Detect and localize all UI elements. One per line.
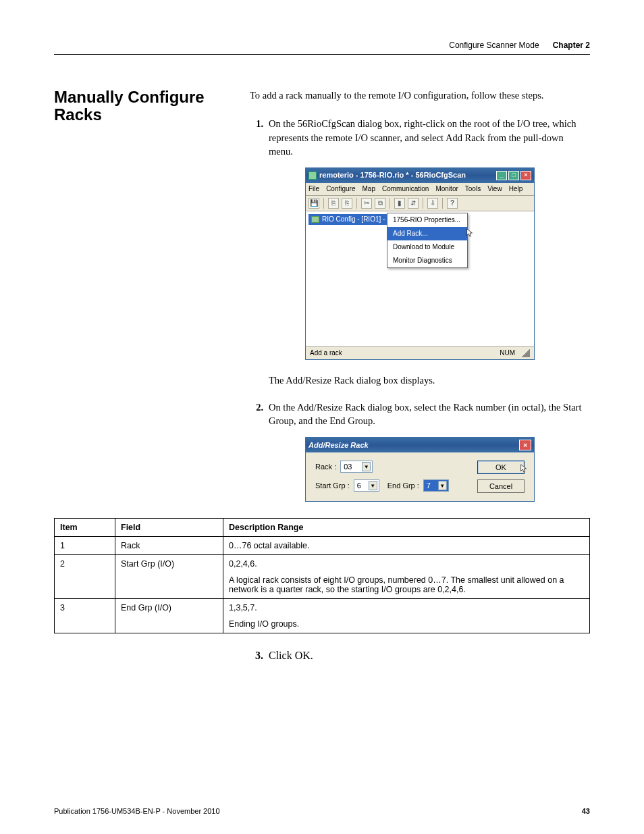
rack-value: 03	[344, 462, 352, 472]
cell-item: 3	[55, 599, 115, 633]
th-item: Item	[55, 519, 115, 537]
minimize-button[interactable]: _	[496, 171, 507, 180]
cell-desc: 0,2,4,6. A logical rack consists of eigh…	[223, 555, 590, 599]
status-left: Add a rack	[310, 348, 342, 358]
step-text: On the 56RioCfgScan dialog box, right-cl…	[269, 117, 590, 158]
menu-configure[interactable]: Configure	[326, 184, 355, 194]
dialog-title: Add/Resize Rack	[308, 440, 369, 450]
toolbar-separator	[390, 198, 390, 209]
after-step1-text: The Add/Resize Rack dialog box displays.	[269, 373, 590, 387]
step-text: On the Add/Resize Rack dialog box, selec…	[269, 400, 590, 428]
menu-file[interactable]: File	[308, 184, 319, 194]
resize-grip-icon[interactable]	[522, 349, 530, 357]
toolbar-separator	[323, 198, 324, 209]
publication-text: Publication 1756-UM534B-EN-P - November …	[54, 807, 220, 815]
ctx-monitor[interactable]: Monitor Diagnostics	[387, 254, 467, 267]
status-num: NUM	[500, 348, 515, 358]
tool-btn-7[interactable]: ⇩	[427, 198, 438, 209]
startgrp-label: Start Grp :	[315, 481, 350, 491]
endgrp-label: End Grp :	[387, 481, 419, 491]
endgrp-combo[interactable]: 7 ▼	[423, 479, 449, 492]
menubar: File Configure Map Communication Monitor…	[306, 183, 534, 196]
app-titlebar: remoterio - 1756-RIO.rio * - 56RioCfgSca…	[306, 168, 534, 182]
chevron-down-icon[interactable]: ▼	[369, 481, 377, 490]
tool-btn-6[interactable]: ⇵	[408, 198, 419, 209]
cut-icon[interactable]: ✂	[361, 198, 372, 209]
ctx-add-rack[interactable]: Add Rack...	[387, 227, 467, 240]
statusbar: Add a rack NUM	[306, 346, 534, 359]
header-section: Configure Scanner Mode	[449, 41, 539, 50]
toolbar-separator	[442, 198, 443, 209]
side-heading: Manually Configure Racks	[54, 88, 230, 124]
rack-label: Rack :	[315, 462, 336, 472]
close-button[interactable]: ×	[520, 171, 531, 180]
step-text: Click OK.	[269, 650, 590, 662]
app-window: remoterio - 1756-RIO.rio * - 56RioCfgSca…	[305, 167, 535, 359]
page-number: 43	[582, 807, 590, 815]
step-1: 1. On the 56RioCfgScan dialog box, right…	[250, 117, 590, 158]
chevron-down-icon[interactable]: ▼	[438, 481, 447, 490]
dialog-titlebar: Add/Resize Rack ×	[306, 438, 534, 452]
step-2: 2. On the Add/Resize Rack dialog box, se…	[250, 400, 590, 428]
cancel-label: Cancel	[489, 481, 512, 492]
menu-help[interactable]: Help	[509, 184, 523, 194]
tree-root-label: RIO Config - [RIO1] -	[322, 215, 385, 224]
table-row: 1 Rack 0…76 octal available.	[55, 537, 590, 555]
desc-line: 0,2,4,6.	[229, 559, 584, 569]
intro-text: To add a rack manually to the remote I/O…	[250, 88, 590, 102]
step-3: 3. Click OK.	[250, 650, 590, 662]
menu-tools[interactable]: Tools	[465, 184, 481, 194]
app-title: remoterio - 1756-RIO.rio * - 56RioCfgSca…	[319, 170, 466, 180]
menu-monitor[interactable]: Monitor	[435, 184, 458, 194]
ok-label: OK	[495, 463, 506, 473]
table-row: 3 End Grp (I/O) 1,3,5,7. Ending I/O grou…	[55, 599, 590, 633]
save-icon[interactable]: 💾	[308, 198, 319, 209]
step-number: 3.	[250, 650, 263, 662]
desc-line: A logical rack consists of eight I/O gro…	[229, 575, 584, 594]
endgrp-value: 7	[427, 481, 431, 491]
cancel-button[interactable]: Cancel	[477, 479, 525, 493]
ctx-add-rack-label: Add Rack...	[393, 230, 428, 237]
menu-map[interactable]: Map	[362, 184, 375, 194]
ctx-download[interactable]: Download to Module	[387, 240, 467, 254]
tool-btn-5[interactable]: ▮	[394, 198, 405, 209]
toolbar-separator	[423, 198, 423, 209]
ok-button[interactable]: OK	[477, 461, 525, 474]
cell-field: Rack	[115, 537, 223, 555]
startgrp-value: 6	[357, 481, 361, 491]
cursor-icon	[520, 464, 528, 473]
step-number: 2.	[250, 400, 263, 428]
cell-field: Start Grp (I/O)	[115, 555, 223, 599]
maximize-button[interactable]: □	[508, 171, 519, 180]
rack-combo[interactable]: 03 ▼	[340, 461, 373, 473]
tool-btn-2[interactable]: ⎘	[342, 198, 352, 209]
tool-btn-1[interactable]: ⎘	[328, 198, 339, 209]
context-menu: 1756-RIO Properties... Add Rack... Downl…	[387, 213, 468, 268]
menu-communication[interactable]: Communication	[382, 184, 429, 194]
table-row: 2 Start Grp (I/O) 0,2,4,6. A logical rac…	[55, 555, 590, 599]
th-desc: Description Range	[223, 519, 590, 537]
grp-field-row: Start Grp : 6 ▼ End Grp : 7 ▼	[315, 479, 449, 492]
cell-field: End Grp (I/O)	[115, 599, 223, 633]
desc-line: Ending I/O groups.	[229, 619, 584, 629]
dialog-close-button[interactable]: ×	[519, 440, 531, 450]
copy-icon[interactable]: ⧉	[375, 198, 385, 209]
desc-line: 1,3,5,7.	[229, 603, 584, 613]
ctx-properties[interactable]: 1756-RIO Properties...	[387, 213, 467, 227]
toolbar: 💾 ⎘ ⎘ ✂ ⧉ ▮ ⇵ ⇩ ?	[306, 196, 534, 211]
add-resize-dialog: Add/Resize Rack × Rack : 03 ▼	[305, 437, 535, 502]
rio-config-icon	[311, 216, 319, 223]
app-icon	[308, 172, 317, 180]
cell-desc: 1,3,5,7. Ending I/O groups.	[223, 599, 590, 633]
desc-line: 0…76 octal available.	[229, 541, 584, 550]
help-icon[interactable]: ?	[447, 198, 458, 209]
page-footer: Publication 1756-UM534B-EN-P - November …	[54, 807, 590, 815]
chevron-down-icon[interactable]: ▼	[362, 462, 371, 471]
tree-root-item[interactable]: RIO Config - [RIO1] -	[308, 214, 387, 225]
startgrp-combo[interactable]: 6 ▼	[354, 479, 379, 492]
step-number: 1.	[250, 117, 263, 158]
toolbar-separator	[356, 198, 357, 209]
info-table: Item Field Description Range 1 Rack 0…76…	[54, 518, 590, 633]
cursor-icon	[466, 228, 474, 238]
menu-view[interactable]: View	[487, 184, 502, 194]
